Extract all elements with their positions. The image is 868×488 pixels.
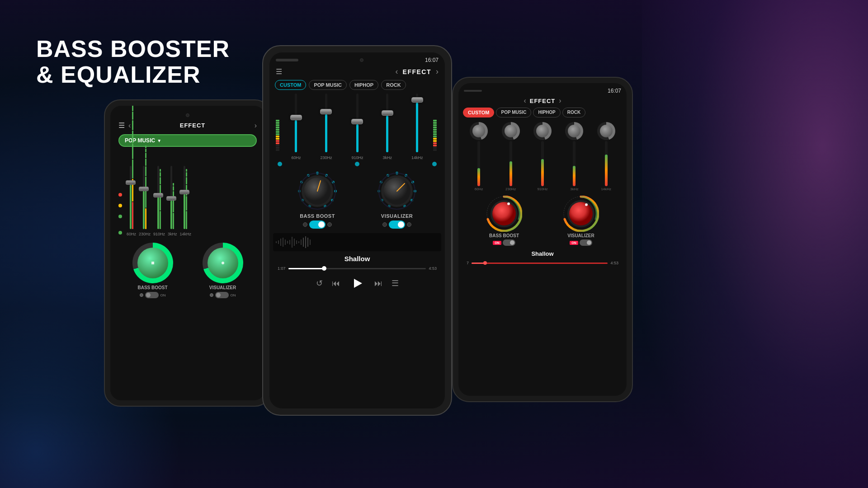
left-slider-14k[interactable]	[184, 166, 185, 229]
left-next-arrow[interactable]: ›	[255, 122, 257, 130]
left-thumb-230[interactable]	[139, 187, 149, 191]
left-thumb-910[interactable]	[153, 193, 163, 197]
right-knob-60[interactable]	[470, 122, 488, 140]
right-knob-14k[interactable]	[597, 122, 615, 140]
center-bass-toggle-right-dot	[327, 222, 332, 227]
left-preset-btn[interactable]: POP MUSIC ▼	[118, 134, 257, 147]
center-slider-14k[interactable]	[416, 94, 418, 152]
svg-rect-38	[294, 239, 295, 246]
left-vis-knob-inner	[208, 248, 238, 278]
left-thumb-3k[interactable]	[166, 196, 176, 201]
center-prev-icon[interactable]: ⏮	[332, 279, 340, 288]
right-tab-rock[interactable]: ROCK	[562, 108, 585, 117]
center-band-910: 910Hz	[351, 94, 363, 160]
center-band-60: 60Hz	[291, 94, 301, 160]
center-vis-toggle[interactable]	[389, 221, 405, 229]
left-slider-230[interactable]	[143, 166, 145, 229]
svg-rect-40	[298, 241, 299, 243]
left-eq-band-910: 910Hz	[153, 166, 165, 236]
right-slider-60[interactable]	[477, 141, 480, 186]
right-bass-label: BASS BOOST	[489, 233, 519, 238]
right-knob-3k[interactable]	[565, 122, 583, 140]
svg-rect-42	[303, 238, 304, 247]
center-vis-svg	[377, 171, 417, 211]
left-effect-header: ☰ ‹ EFFECT ›	[115, 118, 260, 132]
right-bass-toggle[interactable]	[503, 239, 515, 246]
right-vis-toggle[interactable]	[580, 239, 592, 246]
left-vis-label: VISUALIZER	[209, 285, 236, 290]
right-tab-custom[interactable]: CUSTOM	[463, 108, 494, 117]
left-vu-bars-3k	[173, 183, 174, 229]
left-bass-toggle[interactable]	[145, 292, 159, 298]
left-eq-bands: 60Hz	[127, 166, 259, 236]
right-label-230: 230Hz	[505, 187, 516, 191]
right-progress-bar[interactable]	[472, 263, 608, 264]
left-vis-knob-outer[interactable]	[203, 243, 243, 283]
left-label-60: 60Hz	[127, 232, 136, 236]
center-play-btn[interactable]	[349, 275, 365, 291]
center-dot-1	[278, 162, 282, 166]
center-knobs-area: BASS BOOST	[273, 168, 441, 231]
right-tab-pop[interactable]: POP MUSIC	[496, 108, 531, 117]
svg-rect-37	[292, 237, 292, 248]
right-tabs: CUSTOM POP MUSIC HIPHOP ROCK	[462, 107, 623, 120]
right-slider-910[interactable]	[541, 141, 544, 186]
center-dot-3	[432, 162, 437, 166]
center-next-arrow[interactable]: ›	[436, 67, 439, 76]
right-knob-910[interactable]	[533, 122, 552, 140]
right-band-3k: 3kHz	[565, 122, 583, 191]
center-next-icon[interactable]: ⏭	[374, 279, 382, 288]
center-vis-toggle-row	[382, 221, 411, 229]
left-slider-60[interactable]	[130, 166, 132, 229]
center-slider-230[interactable]	[325, 94, 327, 152]
left-fill-910	[157, 197, 159, 229]
left-bass-knob-outer[interactable]	[132, 243, 173, 283]
right-prev-arrow[interactable]: ‹	[524, 97, 526, 105]
center-tab-pop[interactable]: POP MUSIC	[309, 80, 347, 90]
left-fill-3k	[170, 201, 172, 229]
right-effect-header: ‹ EFFECT ›	[462, 95, 623, 107]
svg-rect-36	[289, 240, 290, 244]
center-tab-hiphop[interactable]: HIPHOP	[349, 80, 378, 90]
center-slider-910[interactable]	[356, 94, 359, 152]
center-vis-toggle-left-dot	[382, 222, 387, 227]
center-tab-rock[interactable]: ROCK	[381, 80, 406, 90]
right-notch	[464, 90, 482, 92]
right-song-info: Shallow	[462, 249, 623, 259]
center-menu-icon[interactable]: ☰	[276, 67, 282, 76]
center-topbar: 16:07	[273, 56, 441, 65]
left-vis-toggle[interactable]	[215, 292, 229, 298]
center-eq-bands: 60Hz 230Hz	[283, 94, 431, 160]
left-slider-910[interactable]	[157, 166, 159, 229]
center-vu-right	[433, 94, 439, 160]
center-slider-60[interactable]	[295, 94, 297, 152]
center-tab-custom[interactable]: CUSTOM	[275, 80, 306, 90]
center-label-230: 230Hz	[320, 155, 332, 160]
left-eq-band-60: 60Hz	[127, 166, 136, 236]
right-effect-label: EFFECT	[530, 98, 556, 104]
right-knob-230[interactable]	[502, 122, 520, 140]
phone-center-screen: 16:07 ☰ ‹ EFFECT › CUSTOM POP MUSIC HIPH…	[269, 52, 445, 408]
right-slider-3k[interactable]	[573, 141, 576, 186]
right-tab-hiphop[interactable]: HIPHOP	[533, 108, 560, 117]
right-next-arrow[interactable]: ›	[559, 97, 561, 105]
left-thumb-14k[interactable]	[179, 190, 189, 194]
left-vu-bars-60	[132, 106, 133, 229]
right-slider-230[interactable]	[509, 141, 512, 186]
left-thumb-60[interactable]	[126, 180, 136, 185]
center-slider-3k[interactable]	[386, 94, 388, 152]
indicator-red	[118, 193, 122, 197]
center-vis-toggle-right-dot	[407, 222, 411, 227]
right-label-60: 60Hz	[475, 187, 483, 191]
right-bass-boost: BASS BOOST ON	[486, 196, 522, 246]
left-slider-3k[interactable]	[170, 166, 172, 229]
center-prev-arrow[interactable]: ‹	[396, 67, 398, 76]
left-menu-icon[interactable]: ☰	[118, 121, 125, 130]
center-repeat-icon[interactable]: ↺	[316, 278, 323, 288]
center-list-icon[interactable]: ☰	[392, 278, 399, 288]
center-vis-ring	[377, 171, 417, 211]
right-slider-14k[interactable]	[605, 141, 608, 186]
center-progress-bar[interactable]	[288, 268, 426, 269]
left-prev-arrow[interactable]: ‹	[128, 122, 131, 130]
center-bass-toggle[interactable]	[309, 221, 326, 229]
